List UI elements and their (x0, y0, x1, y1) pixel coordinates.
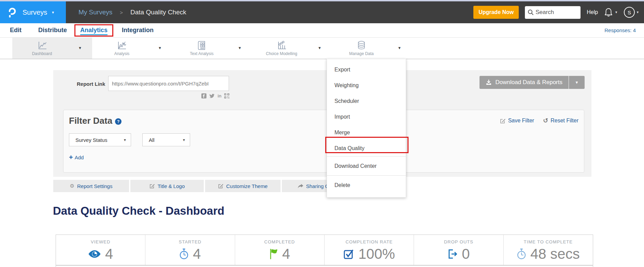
manage-data-menu: Export Weighting Scheduler Import Merge … (327, 59, 406, 198)
avatar: S (624, 7, 635, 18)
chevron-down-icon[interactable]: ▼ (158, 46, 162, 50)
tab-integration[interactable]: Integration (122, 27, 154, 34)
help-link[interactable]: Help (587, 9, 598, 15)
linkedin-icon[interactable]: in (217, 93, 221, 98)
product-name: Surveys (23, 9, 47, 16)
menu-item-merge[interactable]: Merge (327, 125, 406, 141)
chevron-down-icon: ▼ (636, 11, 639, 14)
chevron-down-icon[interactable]: ▼ (238, 46, 242, 50)
share-arrow-icon (298, 184, 303, 189)
menu-item-scheduler[interactable]: Scheduler (327, 93, 406, 109)
edit-square-icon (500, 118, 506, 124)
filter-value-value: All (149, 137, 155, 143)
report-link-label: Report Link (77, 81, 105, 87)
database-icon (357, 40, 366, 51)
menu-item-data-quality[interactable]: Data Quality (327, 141, 406, 156)
search-icon (527, 9, 534, 16)
filter-data-title: Filter Data ? (69, 116, 121, 126)
gear-icon: ⚙ (70, 183, 74, 189)
survey-stats-strip: VIEWED 4 STARTED 4 (56, 235, 593, 265)
toolbar-label: Dashboard (32, 51, 52, 56)
drop-out-icon (447, 249, 458, 259)
analytics-highlight-box: Analytics (74, 24, 113, 37)
toolbar-dashboard[interactable]: Dashboard ▼ (12, 38, 92, 59)
topbar-right-controls: Upgrade Now Help ▼ S ▼ (473, 1, 639, 23)
reset-icon: ↺ (543, 118, 548, 124)
filter-field-value: Survey Status (75, 137, 107, 143)
survey-tab-bar: Edit Distribute Analytics Integration Re… (0, 23, 644, 38)
stat-viewed: VIEWED 4 (56, 235, 145, 265)
product-switcher[interactable]: Surveys ▼ (0, 1, 66, 23)
stopwatch-icon (179, 249, 189, 259)
plus-icon: + (69, 154, 73, 161)
page-title: Data Quality Check - Dashboard (53, 204, 224, 217)
dashboard-chart-icon (37, 40, 47, 51)
breadcrumb-my-surveys[interactable]: My Surveys (78, 9, 112, 16)
stat-completed: COMPLETED 4 (235, 235, 325, 265)
analytics-toolbar: Dashboard ▼ Analysis ▼ (0, 38, 644, 59)
reset-filter-button[interactable]: ↺ Reset Filter (543, 118, 578, 124)
customize-theme-button[interactable]: Customize Theme (205, 180, 281, 192)
bell-icon (604, 8, 613, 17)
questionpro-logo-icon (8, 7, 16, 18)
chevron-down-icon: ▼ (615, 11, 618, 14)
checkbox-icon (343, 249, 354, 259)
account-menu[interactable]: S ▼ (624, 7, 639, 18)
toolbar-label: Choice Modelling (266, 51, 297, 56)
facebook-icon[interactable] (201, 93, 206, 98)
share-icons-row: in (197, 93, 229, 98)
chevron-down-icon: ▼ (182, 138, 186, 142)
report-link-value[interactable]: https://www.questionpro.com/t/PGH7qZebI (108, 76, 229, 91)
next-section-edge (56, 265, 593, 267)
toolbar-manage-data[interactable]: Manage Data ▼ (332, 38, 412, 59)
menu-item-delete[interactable]: Delete (327, 175, 406, 195)
download-data-reports-button[interactable]: Download Data & Reports ▼ (480, 76, 585, 89)
filter-data-section: Filter Data ? Survey Status ▼ All ▼ + Ad… (63, 110, 584, 173)
stopwatch-icon (517, 249, 526, 259)
breadcrumb-separator: > (120, 10, 123, 15)
download-button-label: Download Data & Reports (495, 79, 562, 86)
breadcrumb-current-survey: Data Quality Check (130, 9, 186, 16)
toolbar-analysis[interactable]: Analysis ▼ (92, 38, 172, 59)
toolbar-text-analysis[interactable]: Text Analysis ▼ (172, 38, 252, 59)
add-filter-button[interactable]: + Add (69, 154, 84, 161)
toolbar-label: Text Analysis (190, 51, 213, 56)
tab-distribute[interactable]: Distribute (38, 27, 67, 34)
chevron-down-icon: ▼ (51, 11, 55, 14)
download-options-caret[interactable]: ▼ (569, 76, 585, 89)
edit-square-icon (218, 183, 224, 189)
report-panel: Report Link https://www.questionpro.com/… (53, 70, 591, 177)
chevron-down-icon[interactable]: ▼ (398, 46, 401, 50)
menu-item-export[interactable]: Export (327, 62, 406, 78)
report-settings-button[interactable]: ⚙ Report Settings (53, 180, 129, 192)
title-logo-button[interactable]: Title & Logo (130, 180, 204, 192)
filter-help-icon[interactable]: ? (115, 118, 121, 125)
menu-item-import[interactable]: Import (327, 109, 406, 125)
tab-edit[interactable]: Edit (10, 27, 22, 34)
analysis-chart-icon (116, 40, 127, 51)
save-filter-button[interactable]: Save Filter (500, 118, 534, 124)
report-action-bar: ⚙ Report Settings Title & Logo Customize… (53, 180, 358, 192)
tab-analytics[interactable]: Analytics (80, 27, 108, 35)
flag-icon (269, 249, 278, 259)
toolbar-choice-modelling[interactable]: Choice Modelling ▼ (252, 38, 332, 59)
stat-completion-rate: COMPLETION RATE 100% (325, 235, 414, 265)
filter-value-select[interactable]: All ▼ (142, 133, 190, 146)
text-analysis-icon (197, 40, 206, 51)
qr-code-icon[interactable] (224, 93, 229, 98)
eye-icon (88, 250, 101, 258)
responses-count: Responses: 4 (604, 27, 636, 33)
top-navigation-bar: Surveys ▼ My Surveys > Data Quality Chec… (0, 1, 644, 23)
stat-drop-outs: DROP OUTS 0 (414, 235, 503, 265)
edit-square-icon (149, 183, 155, 189)
filter-field-select[interactable]: Survey Status ▼ (69, 133, 131, 146)
upgrade-now-button[interactable]: Upgrade Now (473, 6, 519, 19)
twitter-icon[interactable] (209, 94, 215, 98)
chevron-down-icon[interactable]: ▼ (78, 46, 82, 50)
filter-actions: Save Filter ↺ Reset Filter (500, 118, 578, 124)
search-box (525, 6, 581, 19)
menu-item-download-center[interactable]: Download Center (327, 156, 406, 175)
notifications-menu[interactable]: ▼ (604, 8, 618, 17)
menu-item-weighting[interactable]: Weighting (327, 78, 406, 93)
chevron-down-icon[interactable]: ▼ (318, 46, 321, 50)
